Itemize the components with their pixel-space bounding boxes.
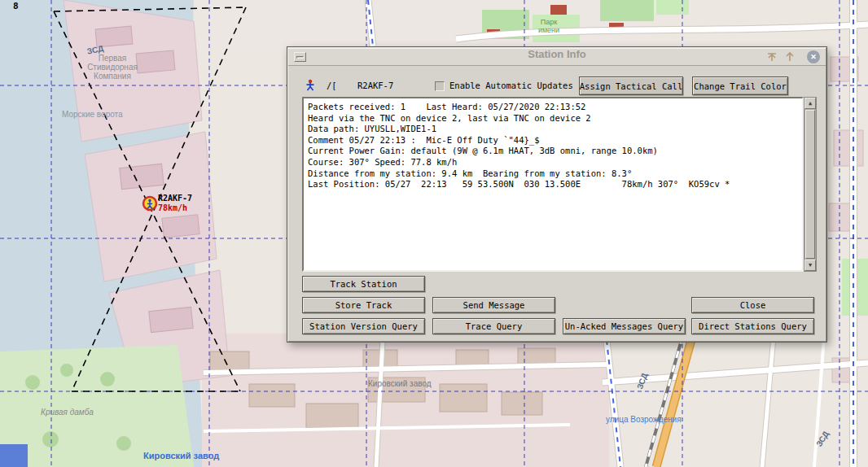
scroll-down-icon[interactable]: ▼ — [804, 260, 816, 271]
change-trail-color-button[interactable]: Change Trail Color — [692, 76, 788, 95]
scroll-up-icon[interactable]: ▲ — [804, 98, 816, 109]
station-symbol-text: /[ — [327, 81, 337, 90]
info-line: Distance from my station: 9.4 km Bearing… — [308, 168, 798, 180]
store-track-button[interactable]: Store Track — [302, 297, 425, 313]
info-line: Packets received: 1 Last Heard: 05/27/20… — [308, 102, 798, 113]
track-station-button[interactable]: Track Station — [302, 276, 425, 292]
station-symbol-icon — [304, 78, 317, 91]
direct-stations-query-button[interactable]: Direct Stations Query — [691, 318, 814, 334]
auto-updates-checkbox[interactable] — [435, 81, 445, 91]
info-scrollbar[interactable]: ▲ ▼ — [804, 97, 817, 272]
send-message-button[interactable]: Send Message — [432, 297, 555, 313]
station-info-text[interactable]: Packets received: 1 Last Heard: 05/27/20… — [302, 97, 804, 272]
unacked-messages-query-button[interactable]: Un-Acked Messages Query — [563, 318, 686, 334]
info-line: Current Power Gain: default (9W @ 6.1m H… — [308, 146, 798, 157]
station-version-query-button[interactable]: Station Version Query — [302, 318, 425, 334]
station-callsign-label[interactable]: R2AKF-7 — [158, 194, 192, 203]
raise-window-icon[interactable] — [765, 51, 778, 63]
scrollbar-thumb[interactable] — [805, 110, 815, 259]
station-info-dialog: Station Info ✕ /[ R2AKF-7 Enable Automat… — [287, 46, 827, 343]
assign-tactical-call-button[interactable]: Assign Tactical Call — [579, 76, 683, 95]
station-speed-label: 78km/h — [158, 203, 187, 212]
auto-updates-label: Enable Automatic Updates — [449, 81, 573, 90]
info-line: Heard via the TNC on device 2, last via … — [308, 113, 798, 124]
info-line: Comment 05/27 22:13 : Mic-E Off Duty `"4… — [308, 135, 798, 146]
close-window-icon[interactable]: ✕ — [807, 50, 820, 63]
trace-query-button[interactable]: Trace Query — [432, 318, 555, 334]
station-callsign-field: R2AKF-7 — [357, 81, 393, 90]
iconify-icon[interactable] — [783, 51, 796, 63]
info-line: Data path: UYUSLL,WIDE1-1 — [308, 124, 798, 135]
dialog-titlebar[interactable]: Station Info ✕ — [288, 48, 826, 66]
info-line: Last Position: 05/27 22:13 59 53.500N 03… — [308, 179, 798, 190]
dialog-title: Station Info — [288, 48, 826, 60]
info-line: Course: 307° Speed: 77.8 km/h — [308, 157, 798, 168]
close-button[interactable]: Close — [691, 297, 814, 313]
